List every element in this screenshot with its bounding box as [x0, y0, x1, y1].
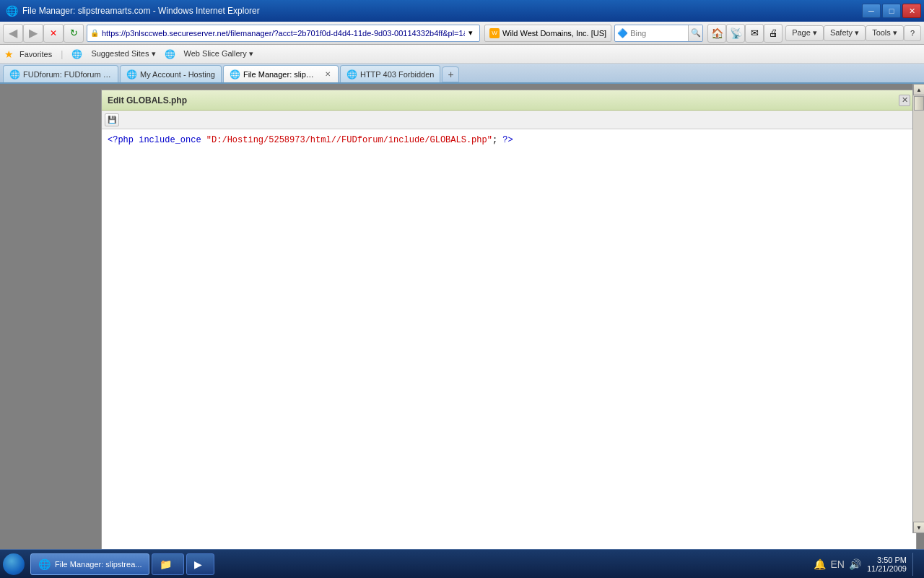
- refresh-button[interactable]: ↻: [64, 24, 84, 43]
- ie-taskbar-label: File Manager: slipstrea...: [55, 560, 141, 569]
- address-dropdown[interactable]: ▾: [465, 28, 476, 38]
- suggested-sites-label: Suggested Sites ▾: [91, 49, 155, 59]
- ie-icon: 🌐: [6, 5, 18, 17]
- tab3-close-button[interactable]: ✕: [323, 69, 332, 79]
- bing-search-input[interactable]: [630, 29, 688, 38]
- tab1-label: FUDforum: FUDforum Inst...: [23, 70, 112, 79]
- editor-close-button[interactable]: ✕: [899, 95, 910, 106]
- tab4-label: HTTP 403 Forbidden: [360, 70, 435, 79]
- editor-toolbar: 💾: [102, 111, 916, 129]
- minimize-button[interactable]: ─: [862, 4, 881, 18]
- tab2-label: My Account - Hosting: [140, 70, 215, 79]
- editor-titlebar: Edit GLOBALS.php ✕: [102, 90, 916, 111]
- maximize-button[interactable]: □: [882, 4, 901, 18]
- tabs-bar: 🌐 FUDforum: FUDforum Inst... 🌐 My Accoun…: [0, 64, 924, 84]
- taskbar-item-explorer[interactable]: 📁: [152, 553, 184, 575]
- safety-menu-button[interactable]: Safety ▾: [824, 25, 866, 41]
- tab-http-403[interactable]: 🌐 HTTP 403 Forbidden: [340, 65, 441, 82]
- lock-icon: 🔒: [90, 29, 99, 37]
- main-content-area: Edit GLOBALS.php ✕ 💾 <?php include_once …: [0, 84, 924, 562]
- start-button[interactable]: [3, 553, 25, 575]
- vertical-scrollbar[interactable]: ▲ ▼: [912, 84, 924, 533]
- editor-title: Edit GLOBALS.php: [108, 95, 187, 105]
- window-close-button[interactable]: ✕: [902, 4, 921, 18]
- notification-icon[interactable]: 🔔: [814, 558, 826, 570]
- ie-fav-icon: 🌐: [71, 49, 82, 59]
- ie-taskbar-icon: 🌐: [38, 558, 51, 570]
- volume-icon[interactable]: 🔊: [849, 558, 861, 570]
- page-menu-button[interactable]: Page ▾: [785, 25, 824, 41]
- title-bar: 🌐 File Manager: slipstreamarts.com - Win…: [0, 0, 924, 22]
- feeds-button[interactable]: 📡: [726, 24, 745, 43]
- home-button[interactable]: 🏠: [707, 24, 726, 43]
- scroll-down-button[interactable]: ▼: [913, 522, 924, 533]
- title-bar-controls: ─ □ ✕: [862, 4, 921, 18]
- tab3-icon: 🌐: [230, 69, 240, 79]
- print-button[interactable]: 🖨: [764, 24, 783, 43]
- navigation-bar: ◀ ▶ ✕ ↻ 🔒 ▾ W Wild West Domains, Inc. [U…: [0, 22, 924, 45]
- back-button[interactable]: ◀: [3, 24, 23, 43]
- save-button[interactable]: 💾: [105, 113, 119, 126]
- fav-separator: |: [61, 49, 63, 59]
- date-display: 11/21/2009: [867, 564, 907, 573]
- title-text: File Manager: slipstreamarts.com - Windo…: [22, 6, 260, 16]
- tab2-icon: 🌐: [126, 69, 137, 79]
- left-margin: [0, 84, 101, 562]
- clock[interactable]: 3:50 PM 11/21/2009: [867, 556, 907, 573]
- tab-my-account[interactable]: 🌐 My Account - Hosting: [120, 65, 222, 82]
- suggested-sites-link[interactable]: Suggested Sites ▾: [88, 48, 158, 60]
- wild-west-container: W Wild West Domains, Inc. [US]: [484, 25, 611, 42]
- save-icon: 💾: [108, 116, 116, 124]
- tab3-label: File Manager: slipstrea...: [243, 70, 318, 79]
- mail-button[interactable]: ✉: [745, 24, 764, 43]
- taskbar-item-media[interactable]: ▶: [186, 553, 214, 575]
- scroll-up-button[interactable]: ▲: [913, 84, 924, 95]
- bing-icon: 🔷: [615, 28, 630, 38]
- tab-file-manager[interactable]: 🌐 File Manager: slipstrea... ✕: [223, 65, 339, 82]
- fav-star-icon: ★: [4, 48, 14, 60]
- address-input[interactable]: [102, 29, 465, 38]
- new-tab-button[interactable]: +: [442, 66, 459, 82]
- title-bar-left: 🌐 File Manager: slipstreamarts.com - Win…: [6, 5, 260, 17]
- help-button[interactable]: ?: [904, 25, 921, 41]
- tab4-icon: 🌐: [346, 69, 357, 79]
- media-taskbar-icon: ▶: [194, 558, 202, 570]
- tab-fudforum[interactable]: 🌐 FUDforum: FUDforum Inst...: [3, 65, 118, 82]
- forward-button[interactable]: ▶: [23, 24, 43, 43]
- fav-icon2: 🌐: [165, 49, 175, 59]
- tab1-icon: 🌐: [9, 69, 20, 79]
- web-slice-gallery-link[interactable]: Web Slice Gallery ▾: [181, 48, 256, 60]
- scroll-track: [913, 95, 924, 522]
- explorer-taskbar-icon: 📁: [160, 558, 172, 570]
- system-tray: 🔔 EN 🔊: [814, 558, 860, 570]
- taskbar: 🌐 File Manager: slipstrea... 📁 ▶ 🔔 EN 🔊 …: [0, 549, 924, 578]
- scroll-thumb[interactable]: [914, 96, 924, 111]
- stop-button[interactable]: ✕: [43, 24, 64, 43]
- editor-panel: Edit GLOBALS.php ✕ 💾 <?php include_once …: [101, 90, 917, 556]
- language-icon[interactable]: EN: [830, 558, 844, 570]
- taskbar-items: 🌐 File Manager: slipstrea... 📁 ▶: [27, 553, 808, 575]
- web-slice-label: Web Slice Gallery ▾: [184, 49, 253, 59]
- editor-content[interactable]: <?php include_once "D:/Hosting/5258973/h…: [102, 129, 916, 556]
- taskbar-right: 🔔 EN 🔊 3:50 PM 11/21/2009: [808, 553, 924, 576]
- taskbar-item-ie[interactable]: 🌐 File Manager: slipstrea...: [30, 553, 149, 575]
- favorites-bar: ★ Favorites | 🌐 Suggested Sites ▾ 🌐 Web …: [0, 45, 924, 64]
- wildwest-label: Wild West Domains, Inc. [US]: [502, 29, 606, 38]
- address-bar: 🔒 ▾: [87, 25, 480, 42]
- favorites-label[interactable]: Favorites: [19, 50, 52, 59]
- wildwest-icon: W: [489, 28, 500, 38]
- show-desktop-button[interactable]: [912, 553, 918, 576]
- tools-menu-button[interactable]: Tools ▾: [866, 25, 904, 41]
- bing-search-button[interactable]: 🔍: [688, 25, 702, 41]
- time-display: 3:50 PM: [867, 556, 907, 564]
- bing-toolbar: 🔷 🔍: [614, 25, 703, 42]
